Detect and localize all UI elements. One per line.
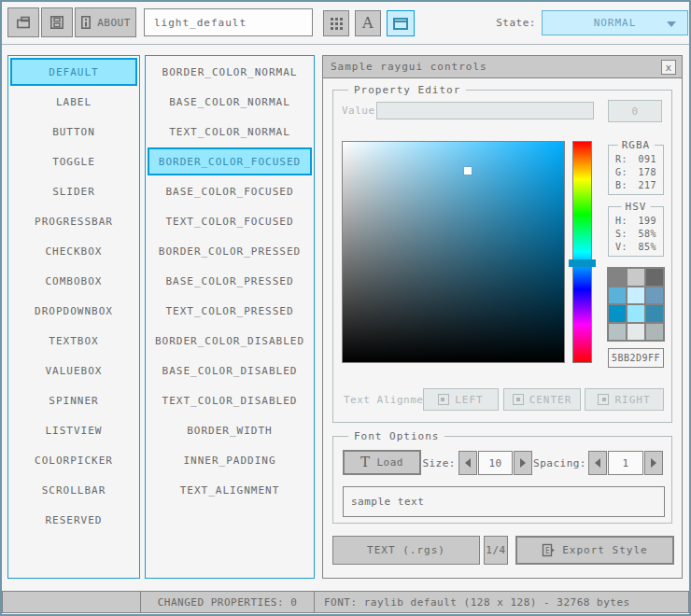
hue-slider[interactable] [572,141,592,363]
export-format-index-button[interactable]: 1/4 [484,536,508,565]
list-item-control-button[interactable]: BUTTON [10,118,137,146]
chevron-left-icon [595,458,600,468]
list-item-property-base-color-normal[interactable]: BASE_COLOR_NORMAL [148,88,312,116]
align-right-button[interactable]: RIGHT [585,388,664,411]
align-left-label: LEFT [455,394,484,406]
font-spacing-decrease-button[interactable] [588,451,607,475]
sample-text-value: sample text [351,496,424,508]
list-item-property-text-color-disabled[interactable]: TEXT_COLOR_DISABLED [148,386,312,414]
color-picker-cursor[interactable] [464,167,472,175]
list-item-property-text-color-focused[interactable]: TEXT_COLOR_FOCUSED [148,207,312,235]
status-cell-changed-properties: CHANGED PROPERTIES: 0 [140,591,315,613]
palette-swatch[interactable] [646,305,663,322]
rgba-group-label: RGBA [618,139,655,151]
palette-swatch[interactable] [646,269,663,286]
status-cell-font-info: FONT: raylib default (128 x 128) - 32768… [314,591,689,613]
font-size-value[interactable]: 10 [478,451,513,475]
window-titlebar[interactable]: Sample raygui controls [323,56,682,78]
list-item-control-spinner[interactable]: SPINNER [10,386,137,414]
font-size-label: Size: [416,457,456,469]
grid-icon [331,18,343,30]
font-info-text: FONT: raylib default (128 x 128) - 32768… [324,596,630,609]
hsv-hue-row: H: 199 [609,215,663,228]
palette-swatch[interactable] [628,324,644,341]
list-item-control-checkbox[interactable]: CHECKBOX [10,237,137,265]
font-load-label: Load [377,456,404,469]
list-item-property-border-color-focused[interactable]: BORDER_COLOR_FOCUSED [148,147,312,175]
list-item-control-textbox[interactable]: TEXTBOX [10,327,137,355]
align-right-icon [598,394,609,405]
list-item-property-border-color-disabled[interactable]: BORDER_COLOR_DISABLED [148,327,312,355]
palette-swatch[interactable] [646,324,663,341]
font-size-increase-button[interactable] [514,451,532,475]
list-item-control-listview[interactable]: LISTVIEW [10,416,137,444]
list-item-property-border-color-normal[interactable]: BORDER_COLOR_NORMAL [148,58,312,86]
hex-color-value: 5BB2D9FF [612,353,660,363]
export-format-combobox[interactable]: TEXT (.rgs) [332,536,480,565]
align-left-button[interactable]: LEFT [423,388,499,411]
open-file-button[interactable] [7,7,39,37]
palette-swatch[interactable] [646,287,663,304]
palette-swatch[interactable] [609,305,626,322]
list-item-control-dropdownbox[interactable]: DROPDOWNBOX [10,297,137,325]
rguistyler-app: ABOUT A State: NORMAL DEFAULTLABELBUTTON… [0,0,691,616]
font-view-button[interactable]: A [355,10,381,36]
hsv-saturation-row: S: 58% [609,228,663,241]
font-load-button[interactable]: T Load [343,450,421,475]
list-item-control-scrollbar[interactable]: SCROLLBAR [10,476,137,504]
state-label: State: [465,17,536,29]
value-input[interactable] [376,102,594,119]
rgba-blue-row: B: 217 [609,179,663,192]
font-spacing-value[interactable]: 1 [608,451,643,475]
align-left-icon [438,394,449,405]
list-item-control-reserved[interactable]: RESERVED [10,506,137,534]
list-item-property-text-color-pressed[interactable]: TEXT_COLOR_PRESSED [148,297,312,325]
font-spacing-text: 1 [622,457,628,469]
list-item-control-combobox[interactable]: COMBOBOX [10,267,137,295]
close-button[interactable]: x [661,60,676,75]
palette-swatch[interactable] [628,269,644,286]
palette-swatch[interactable] [609,324,626,341]
hex-color-input[interactable]: 5BB2D9FF [608,348,664,368]
list-item-control-valuebox[interactable]: VALUEBOX [10,357,137,385]
list-item-control-colorpicker[interactable]: COLORPICKER [10,446,137,474]
list-item-control-label[interactable]: LABEL [10,88,137,116]
list-item-property-base-color-focused[interactable]: BASE_COLOR_FOCUSED [148,177,312,205]
sample-controls-window: Sample raygui controls x Property Editor… [322,55,683,579]
about-button[interactable]: ABOUT [75,7,136,37]
font-spacing-increase-button[interactable] [644,451,663,475]
grid-view-button[interactable] [323,10,349,36]
list-item-control-default[interactable]: DEFAULT [10,58,137,86]
sample-text-input[interactable]: sample text [343,486,665,517]
list-item-control-toggle[interactable]: TOGGLE [10,147,137,175]
state-dropdown[interactable]: NORMAL [542,10,688,35]
list-item-property-border-width[interactable]: BORDER_WIDTH [148,416,312,444]
window-view-button[interactable] [387,10,415,36]
list-item-control-progressbar[interactable]: PROGRESSBAR [10,207,137,235]
palette-swatch[interactable] [609,269,626,286]
value-apply-button[interactable]: 0 [608,100,662,122]
style-name-input[interactable] [144,8,313,36]
list-item-property-base-color-disabled[interactable]: BASE_COLOR_DISABLED [148,357,312,385]
align-center-button[interactable]: CENTER [503,388,581,411]
chevron-down-icon [667,21,676,27]
save-file-button[interactable] [41,7,73,37]
palette-swatch[interactable] [628,305,644,322]
blue-label: B: [615,179,628,192]
list-item-property-base-color-pressed[interactable]: BASE_COLOR_PRESSED [148,267,312,295]
list-item-property-border-color-pressed[interactable]: BORDER_COLOR_PRESSED [148,237,312,265]
hue-slider-handle[interactable] [569,259,596,267]
list-item-property-text-alignment[interactable]: TEXT_ALIGNMENT [148,476,312,504]
rgba-green-row: G: 178 [609,166,663,179]
font-size-decrease-button[interactable] [458,451,477,475]
list-item-property-inner-padding[interactable]: INNER_PADDING [148,446,312,474]
rgba-red-row: R: 091 [609,153,663,166]
folder-open-icon [15,15,32,30]
align-right-label: RIGHT [614,394,650,406]
palette-swatch[interactable] [609,287,626,304]
color-saturation-value-panel[interactable] [342,141,565,363]
export-style-button[interactable]: E Export Style [515,536,674,565]
list-item-control-slider[interactable]: SLIDER [10,177,137,205]
palette-swatch[interactable] [628,287,644,304]
list-item-property-text-color-normal[interactable]: TEXT_COLOR_NORMAL [148,118,312,146]
